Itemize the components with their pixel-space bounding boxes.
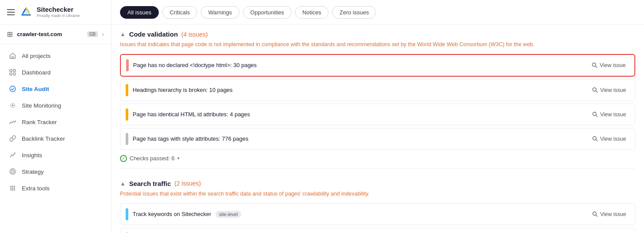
view-issue-track-keywords-button[interactable]: View issue <box>589 209 630 219</box>
filter-zero-issues[interactable]: Zero issues <box>332 6 376 19</box>
dashboard-icon <box>9 68 17 76</box>
svg-point-18 <box>12 189 14 191</box>
filter-warnings[interactable]: Warnings <box>201 6 239 19</box>
search-traffic-header[interactable]: ▲ Search traffic (2 issues) <box>120 174 635 190</box>
issue-text-track-keywords: Track keywords on Sitechecker site-level <box>133 211 584 217</box>
svg-point-17 <box>10 189 12 191</box>
code-validation-header[interactable]: ▲ Code validation (4 issues) <box>120 24 635 41</box>
sidebar-item-strategy[interactable]: Strategy <box>0 163 111 180</box>
filter-opportunities[interactable]: Opportunities <box>243 6 291 19</box>
backlink-icon <box>9 135 17 142</box>
code-validation-count: (4 issues) <box>182 31 208 38</box>
svg-line-27 <box>596 140 598 142</box>
svg-rect-1 <box>10 70 12 72</box>
main-content: All issues Criticals Warnings Opportunit… <box>111 0 644 233</box>
check-passed-icon: ✓ <box>120 155 127 162</box>
view-issue-html-id-button[interactable]: View issue <box>589 110 630 119</box>
view-issue-doctype-button[interactable]: View issue <box>588 61 629 70</box>
sidebar-item-site-monitoring-label: Site Monitoring <box>22 102 61 109</box>
issue-label-style-attrs: Page has tags with style attributes: <box>133 135 220 142</box>
issue-label-doctype: Page has no declared <!doctype html>: <box>133 62 232 68</box>
svg-point-16 <box>14 188 15 189</box>
sidebar-item-dashboard[interactable]: Dashboard <box>0 64 111 81</box>
logo: Sitechecker Proudly made in Ukraine <box>19 6 80 18</box>
logo-name: Sitechecker <box>37 6 80 14</box>
house-icon <box>9 52 17 60</box>
search-icon <box>592 136 598 142</box>
hamburger-menu-button[interactable] <box>7 9 15 15</box>
code-validation-description: Issues that indicates that page code is … <box>120 41 635 49</box>
collapse-code-validation-icon: ▲ <box>120 31 126 37</box>
sidebar-item-extra-tools[interactable]: Extra tools <box>0 180 111 196</box>
extra-tools-icon <box>9 184 17 192</box>
svg-point-5 <box>10 86 16 92</box>
filter-bar: All issues Criticals Warnings Opportunit… <box>111 0 644 24</box>
filter-criticals[interactable]: Criticals <box>162 6 197 19</box>
issue-row-connect-analytics: Connect Google Analytics and Search Cons… <box>120 228 635 233</box>
svg-rect-3 <box>10 73 12 75</box>
sidebar-item-strategy-label: Strategy <box>22 169 44 175</box>
sidebar-item-site-monitoring[interactable]: Site Monitoring <box>0 97 111 114</box>
search-icon <box>592 62 597 68</box>
checks-passed-code-validation[interactable]: ✓ Checks passed: 6 ▾ <box>120 152 635 166</box>
issue-indicator-orange-1 <box>126 84 128 96</box>
filter-all-issues[interactable]: All issues <box>120 6 159 19</box>
checks-passed-chevron: ▾ <box>177 155 180 161</box>
issue-count-doctype: 30 pages <box>233 62 257 68</box>
issue-text-html-id: Page has identical HTML id attributes: 4… <box>133 111 584 118</box>
view-issue-headings-button[interactable]: View issue <box>589 85 630 95</box>
search-traffic-title: Search traffic <box>129 180 171 187</box>
sidebar-header: Sitechecker Proudly made in Ukraine <box>0 0 111 25</box>
issue-text-style-attrs: Page has tags with style attributes: 776… <box>133 135 584 142</box>
insights-icon <box>9 151 17 159</box>
site-monitoring-icon <box>9 101 17 109</box>
issue-row-doctype: Page has no declared <!doctype html>: 30… <box>120 54 635 77</box>
svg-point-11 <box>10 186 12 187</box>
rank-tracker-icon <box>9 118 17 126</box>
search-icon <box>592 111 598 117</box>
issue-text-doctype: Page has no declared <!doctype html>: 30… <box>133 62 584 68</box>
sidebar-nav: All projects Dashboard Site Audit Site M… <box>0 44 111 233</box>
svg-rect-0 <box>12 56 14 58</box>
search-traffic-count: (2 issues) <box>175 180 201 187</box>
issue-label-html-id: Page has identical HTML id attributes: <box>133 111 228 118</box>
sidebar-item-rank-tracker[interactable]: Rank Tracker <box>0 114 111 130</box>
svg-rect-2 <box>14 70 16 72</box>
search-icon <box>592 87 598 93</box>
sidebar-item-rank-tracker-label: Rank Tracker <box>22 119 57 125</box>
issue-text-headings: Headings hierarchy is broken: 10 pages <box>133 87 584 93</box>
checks-passed-label: Checks passed: 6 <box>130 155 175 162</box>
logo-tagline: Proudly made in Ukraine <box>37 14 80 18</box>
logo-icon <box>19 6 33 18</box>
issue-row-track-keywords: Track keywords on Sitechecker site-level… <box>120 203 635 225</box>
sidebar-item-insights[interactable]: Insights <box>0 147 111 163</box>
sidebar-item-site-audit[interactable]: Site Audit <box>0 81 111 97</box>
view-issue-style-attrs-button[interactable]: View issue <box>589 134 630 144</box>
sidebar: Sitechecker Proudly made in Ukraine ⊞ cr… <box>0 0 111 233</box>
svg-point-15 <box>12 188 14 189</box>
filter-notices[interactable]: Notices <box>295 6 329 19</box>
issue-count-headings: 10 pages <box>209 87 233 93</box>
sidebar-item-backlink-tracker[interactable]: Backlink Tracker <box>0 130 111 147</box>
strategy-icon <box>9 168 17 176</box>
code-validation-title: Code validation <box>129 30 178 38</box>
sidebar-item-site-audit-label: Site Audit <box>22 86 49 92</box>
sidebar-item-all-projects[interactable]: All projects <box>0 47 111 64</box>
issue-indicator-blue-1 <box>126 208 128 220</box>
project-selector[interactable]: ⊞ crawler-test.com GB › <box>0 25 111 44</box>
issues-content: ▲ Code validation (4 issues) Issues that… <box>111 24 644 233</box>
issue-label-track-keywords: Track keywords on Sitechecker <box>133 211 211 217</box>
issue-row-style-attrs: Page has tags with style attributes: 776… <box>120 128 635 150</box>
issue-indicator-gray <box>126 133 128 145</box>
sidebar-item-insights-label: Insights <box>22 152 42 159</box>
svg-line-29 <box>596 215 598 217</box>
issue-indicator-red <box>126 59 129 71</box>
chevron-right-icon: › <box>102 31 104 37</box>
tag-site-level-1: site-level <box>216 211 241 218</box>
search-traffic-description: Potential issues that exist within the s… <box>120 190 635 198</box>
collapse-search-traffic-icon: ▲ <box>120 180 126 187</box>
site-audit-icon <box>9 85 17 93</box>
svg-rect-4 <box>14 73 16 75</box>
sidebar-item-all-projects-label: All projects <box>22 53 51 59</box>
issue-count-style-attrs: 776 pages <box>222 135 249 142</box>
